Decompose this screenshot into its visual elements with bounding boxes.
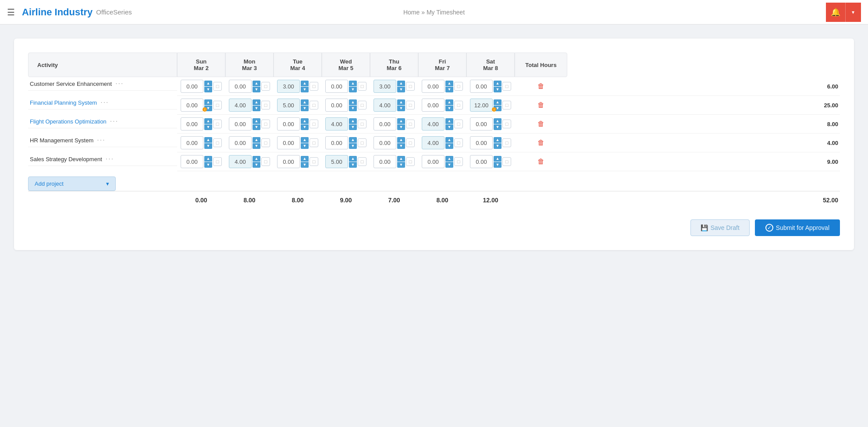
hours-input[interactable]: [470, 117, 493, 131]
hours-input[interactable]: [470, 155, 493, 168]
comment-button[interactable]: □: [406, 138, 415, 147]
activity-menu-dots[interactable]: ···: [93, 136, 109, 144]
comment-button[interactable]: □: [406, 82, 415, 91]
comment-button[interactable]: □: [309, 138, 318, 147]
comment-button[interactable]: □: [213, 138, 222, 147]
menu-icon[interactable]: ☰: [7, 7, 15, 18]
comment-button[interactable]: □: [261, 157, 270, 166]
hours-input[interactable]: [422, 99, 445, 112]
comment-button[interactable]: □: [213, 82, 222, 91]
hours-input[interactable]: [181, 136, 203, 149]
spin-down-button[interactable]: ▼: [494, 162, 502, 168]
spin-down-button[interactable]: ▼: [397, 162, 405, 168]
spin-up-button[interactable]: ▲: [397, 81, 405, 86]
spin-up-button[interactable]: ▲: [301, 81, 309, 86]
comment-button[interactable]: □: [358, 138, 366, 147]
spin-down-button[interactable]: ▼: [445, 87, 453, 92]
spin-up-button[interactable]: ▲: [204, 81, 212, 86]
hours-input[interactable]: [325, 155, 348, 168]
spin-up-button[interactable]: ▲: [397, 156, 405, 162]
comment-button[interactable]: □: [309, 101, 318, 109]
hours-input[interactable]: [374, 117, 396, 131]
hours-input[interactable]: [277, 99, 300, 112]
hours-input[interactable]: [229, 136, 252, 149]
hours-input[interactable]: [374, 80, 396, 93]
activity-menu-dots[interactable]: ···: [97, 99, 112, 106]
hours-input[interactable]: [325, 99, 348, 112]
comment-button[interactable]: □: [261, 82, 270, 91]
spin-up-button[interactable]: ▲: [253, 156, 260, 162]
delete-row-button[interactable]: 🗑: [537, 139, 544, 147]
spin-up-button[interactable]: ▲: [397, 137, 405, 143]
hours-input[interactable]: [277, 80, 300, 93]
spin-up-button[interactable]: ▲: [253, 99, 260, 105]
spin-up-button[interactable]: ▲: [301, 137, 309, 143]
spin-down-button[interactable]: ▼: [397, 87, 405, 92]
delete-row-button[interactable]: 🗑: [537, 120, 544, 128]
comment-button[interactable]: □: [213, 101, 222, 109]
spin-up-button[interactable]: ▲: [253, 137, 260, 143]
comment-button[interactable]: □: [454, 82, 463, 91]
spin-down-button[interactable]: ▼: [445, 143, 453, 149]
spin-down-button[interactable]: ▼: [301, 106, 309, 111]
spin-down-button[interactable]: ▼: [253, 124, 260, 130]
spin-up-button[interactable]: ▲: [253, 81, 260, 86]
hours-input[interactable]: [277, 155, 300, 168]
spin-up-button[interactable]: ▲: [494, 99, 502, 105]
hours-input[interactable]: [325, 80, 348, 93]
spin-down-button[interactable]: ▼: [204, 162, 212, 168]
spin-up-button[interactable]: ▲: [397, 99, 405, 105]
comment-button[interactable]: □: [406, 101, 415, 109]
comment-button[interactable]: □: [454, 101, 463, 109]
spin-up-button[interactable]: ▲: [397, 118, 405, 124]
activity-menu-dots[interactable]: ···: [107, 117, 122, 125]
spin-up-button[interactable]: ▲: [445, 137, 453, 143]
add-project-button[interactable]: Add project▾: [28, 176, 116, 191]
spin-up-button[interactable]: ▲: [494, 118, 502, 124]
spin-up-button[interactable]: ▲: [445, 156, 453, 162]
spin-down-button[interactable]: ▼: [494, 87, 502, 92]
spin-up-button[interactable]: ▲: [349, 99, 357, 105]
comment-button[interactable]: □: [502, 120, 511, 128]
comment-button[interactable]: □: [454, 138, 463, 147]
spin-down-button[interactable]: ▼: [204, 87, 212, 92]
hours-input[interactable]: [374, 99, 396, 112]
spin-down-button[interactable]: ▼: [253, 162, 260, 168]
comment-button[interactable]: □: [502, 138, 511, 147]
comment-button[interactable]: □: [213, 120, 222, 128]
spin-up-button[interactable]: ▲: [204, 118, 212, 124]
comment-button[interactable]: □: [502, 157, 511, 166]
spin-down-button[interactable]: ▼: [397, 106, 405, 111]
activity-name[interactable]: Flight Operations Optimization: [30, 118, 107, 125]
comment-button[interactable]: □: [358, 157, 366, 166]
hours-input[interactable]: [181, 155, 203, 168]
hours-input[interactable]: [374, 136, 396, 149]
activity-name[interactable]: Financial Planning System: [30, 99, 97, 106]
hours-input[interactable]: [181, 99, 203, 112]
spin-up-button[interactable]: ▲: [301, 99, 309, 105]
hours-input[interactable]: [181, 80, 203, 93]
spin-down-button[interactable]: ▼: [494, 143, 502, 149]
spin-down-button[interactable]: ▼: [445, 106, 453, 111]
comment-button[interactable]: □: [454, 157, 463, 166]
spin-down-button[interactable]: ▼: [349, 143, 357, 149]
spin-down-button[interactable]: ▼: [301, 143, 309, 149]
hours-input[interactable]: [229, 80, 252, 93]
hours-input[interactable]: [422, 80, 445, 93]
hours-input[interactable]: [470, 99, 493, 112]
comment-button[interactable]: □: [406, 120, 415, 128]
delete-row-button[interactable]: 🗑: [537, 158, 544, 166]
spin-down-button[interactable]: ▼: [397, 143, 405, 149]
spin-up-button[interactable]: ▲: [204, 99, 212, 105]
hours-input[interactable]: [470, 136, 493, 149]
delete-row-button[interactable]: 🗑: [537, 82, 544, 90]
spin-up-button[interactable]: ▲: [445, 99, 453, 105]
comment-button[interactable]: □: [358, 120, 366, 128]
spin-down-button[interactable]: ▼: [445, 124, 453, 130]
spin-up-button[interactable]: ▲: [204, 137, 212, 143]
spin-up-button[interactable]: ▲: [253, 118, 260, 124]
hours-input[interactable]: [277, 117, 300, 131]
comment-button[interactable]: □: [261, 120, 270, 128]
comment-button[interactable]: □: [261, 101, 270, 109]
comment-button[interactable]: □: [358, 82, 366, 91]
